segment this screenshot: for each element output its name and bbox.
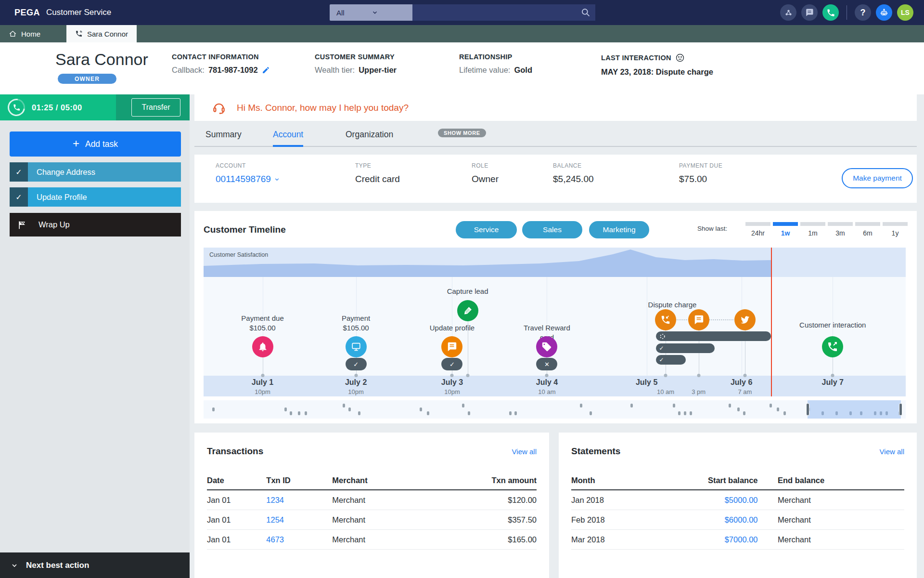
event-payment[interactable] [346, 336, 367, 357]
minimap-mark [212, 407, 215, 411]
filter-service-button[interactable]: Service [456, 221, 517, 238]
event-customer-interaction[interactable] [822, 336, 843, 357]
table-cell[interactable]: $5000.00 [651, 490, 757, 510]
task-item-label: Update Profile [28, 187, 181, 207]
field-value: $5,245.00 [553, 174, 594, 184]
customer-summary-label: CUSTOMER SUMMARY [315, 53, 397, 61]
range-3m[interactable]: 3m [828, 222, 853, 237]
phone-icon [11, 102, 22, 113]
active-call-button[interactable] [822, 4, 839, 21]
next-best-action[interactable]: Next best action [0, 552, 190, 578]
minimap-mark [348, 407, 351, 411]
range-24hr[interactable]: 24hr [745, 222, 770, 237]
transfer-button[interactable]: Transfer [131, 98, 180, 117]
network-button[interactable] [780, 4, 796, 21]
chat-icon [447, 342, 457, 352]
search-scope-dropdown[interactable]: All [330, 4, 412, 21]
tab-home[interactable]: Home [0, 25, 49, 42]
table-row: Jan 011234Merchant$120.00 [207, 490, 537, 510]
minimap-mark [462, 404, 464, 407]
tab-summary[interactable]: Summary [205, 130, 242, 146]
range-bar [773, 222, 798, 226]
range-1m[interactable]: 1m [800, 222, 825, 237]
network-icon [784, 8, 793, 17]
statements-view-all-link[interactable]: View all [880, 447, 904, 456]
table-cell[interactable]: $7000.00 [651, 530, 757, 549]
table-cell: Jan 2018 [571, 490, 651, 510]
event-label: Customer interaction [787, 320, 878, 330]
owner-badge: OWNER [58, 74, 116, 84]
event-capture-lead[interactable] [457, 300, 478, 321]
task-item-label: Change Address [28, 162, 181, 182]
dispute-phone-in-event[interactable] [655, 309, 676, 330]
timeline-minimap-scrollbar[interactable] [204, 400, 906, 419]
axis-dot [664, 374, 667, 377]
contact-info-section: CONTACT INFORMATION Callback: 781-987-10… [172, 53, 270, 75]
event-label: Capture lead [436, 287, 499, 296]
field-label: BALANCE [553, 162, 594, 169]
event-payment-due[interactable] [252, 336, 273, 357]
table-cell: Merchant [332, 490, 405, 510]
axis-dot [545, 374, 549, 377]
minimap-handle-left[interactable] [806, 403, 809, 416]
dispute-chat-event[interactable] [688, 309, 709, 330]
filter-sales-button[interactable]: Sales [522, 221, 582, 238]
range-1w[interactable]: 1w [773, 222, 798, 237]
field-value: Credit card [355, 174, 400, 184]
range-6m[interactable]: 6m [855, 222, 880, 237]
transactions-view-all-link[interactable]: View all [512, 447, 537, 456]
table-cell: Jan 01 [207, 490, 266, 510]
tab-organization[interactable]: Organization [346, 130, 393, 146]
range-label: 1m [800, 229, 825, 237]
table-cell: Jan 01 [207, 530, 266, 549]
event-travel-reward-card[interactable] [536, 336, 557, 357]
table-cell[interactable]: 1234 [266, 490, 332, 510]
assistant-button[interactable] [876, 4, 892, 21]
minimap-handle-right[interactable] [899, 403, 902, 416]
task-item-change-address[interactable]: ✓Change Address [10, 162, 181, 182]
app-title: Customer Service [46, 8, 111, 17]
table-row: Jan 2018$5000.00Merchant [571, 490, 904, 510]
customer-timeline-card: Customer Timeline ServiceSalesMarketing … [194, 211, 917, 423]
range-bar [883, 222, 908, 226]
table-cell[interactable]: $6000.00 [651, 510, 757, 529]
axis-day-label: July 5 [636, 378, 657, 387]
axis-time-label: 10 am [657, 388, 674, 395]
dispute-twitter-event[interactable] [734, 309, 756, 330]
task-item-wrap-up[interactable]: Wrap Up [10, 213, 181, 236]
add-task-button[interactable]: + Add task [10, 131, 181, 157]
minimap-mark [590, 411, 592, 415]
column-header: Month [571, 471, 651, 489]
filter-marketing-button[interactable]: Marketing [589, 221, 649, 238]
tab-sara-connor[interactable]: Sara Connor [66, 25, 137, 42]
timeline-title: Customer Timeline [204, 224, 286, 235]
table-cell[interactable]: 1254 [266, 510, 332, 529]
account-field-type: TYPECredit card [355, 162, 400, 184]
table-header-row: MonthStart balanceEnd balance [571, 471, 904, 490]
content-tabs: SummaryAccountOrganization [194, 130, 917, 147]
axis-dot [466, 374, 469, 377]
show-last-label: Show last: [697, 225, 727, 232]
minimap-selection[interactable] [808, 400, 901, 419]
event-update-profile[interactable] [441, 336, 462, 357]
event-label: Payment due$105.00 [231, 314, 294, 333]
workspace-tabbar: Home Sara Connor [0, 25, 924, 42]
account-summary-card: ACCOUNT00114598769TYPECredit cardROLEOwn… [194, 155, 917, 203]
search-input[interactable] [412, 4, 595, 21]
field-value[interactable]: 00114598769 [216, 174, 280, 184]
task-item-update-profile[interactable]: ✓Update Profile [10, 187, 181, 207]
tab-account[interactable]: Account [273, 130, 303, 147]
messages-button[interactable] [801, 4, 818, 21]
call-timer-ring [4, 95, 28, 119]
show-more-button[interactable]: SHOW MORE [438, 129, 486, 137]
user-avatar[interactable]: LS [897, 4, 913, 21]
range-1y[interactable]: 1y [883, 222, 908, 237]
screen: PEGA Customer Service All ? LS Home [0, 0, 924, 578]
table-cell: Jan 01 [207, 510, 266, 529]
edit-icon[interactable] [262, 66, 270, 74]
range-bar [828, 222, 853, 226]
make-payment-button[interactable]: Make payment [842, 168, 913, 188]
minimap-mark [783, 411, 786, 415]
help-button[interactable]: ? [855, 4, 871, 21]
table-cell[interactable]: 4673 [266, 530, 332, 549]
